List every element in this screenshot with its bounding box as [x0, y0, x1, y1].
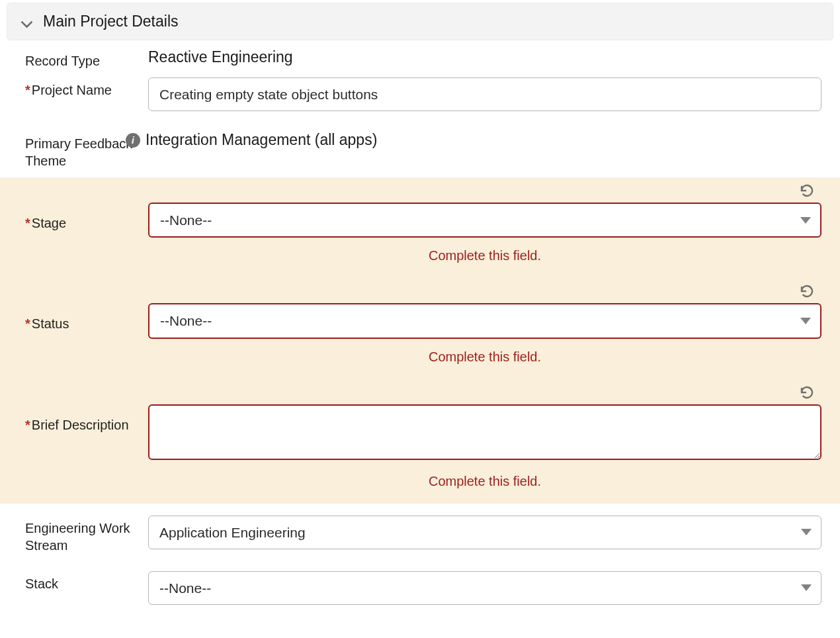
label-engineering-work-stream: Engineering Work Stream: [25, 516, 148, 554]
required-star-icon: *: [25, 83, 30, 97]
stage-error-message: Complete this field.: [148, 248, 821, 263]
engineering-work-stream-select[interactable]: Application Engineering: [148, 516, 821, 549]
required-star-icon: *: [25, 316, 30, 331]
undo-icon[interactable]: [799, 184, 815, 200]
row-engineering-work-stream: Engineering Work Stream Application Engi…: [0, 504, 840, 562]
required-star-icon: *: [25, 418, 30, 432]
row-stage: *Stage --None-- Complete this field.: [0, 177, 840, 278]
stage-select[interactable]: --None--: [148, 203, 821, 238]
row-stack: Stack --None--: [0, 562, 840, 613]
undo-icon[interactable]: [799, 386, 815, 402]
caret-down-icon: [801, 584, 812, 591]
value-record-type: Reactive Engineering: [148, 48, 821, 66]
stack-select[interactable]: --None--: [148, 571, 821, 605]
label-stage: *Stage: [25, 177, 148, 232]
brief-description-textarea[interactable]: [148, 404, 821, 460]
value-primary-feedback-theme: Integration Management (all apps): [146, 131, 377, 149]
required-star-icon: *: [25, 216, 30, 230]
caret-down-icon: [801, 529, 812, 535]
caret-down-icon: [800, 318, 811, 324]
info-icon[interactable]: i: [126, 133, 140, 148]
brief-description-error-message: Complete this field.: [148, 474, 821, 489]
row-status: *Status --None-- Complete this field.: [0, 278, 840, 379]
chevron-down-icon: [21, 16, 32, 28]
form-body: Record Type Reactive Engineering *Projec…: [0, 40, 840, 619]
row-record-type: Record Type Reactive Engineering: [0, 40, 840, 77]
status-select-value: --None--: [160, 312, 212, 329]
label-stack: Stack: [25, 571, 148, 592]
caret-down-icon: [800, 217, 811, 224]
status-select[interactable]: --None--: [148, 303, 821, 338]
row-project-name: *Project Name: [0, 77, 840, 119]
label-project-name: *Project Name: [25, 77, 148, 99]
section-title: Main Project Details: [43, 13, 179, 30]
row-brief-description: *Brief Description Complete this field.: [0, 379, 840, 504]
status-error-message: Complete this field.: [148, 349, 821, 365]
label-status: *Status: [25, 278, 148, 332]
label-brief-description: *Brief Description: [25, 379, 148, 433]
stack-select-value: --None--: [159, 580, 211, 596]
label-record-type: Record Type: [25, 48, 148, 69]
stage-select-value: --None--: [160, 212, 212, 228]
project-name-input[interactable]: [148, 77, 821, 111]
undo-icon[interactable]: [799, 285, 815, 300]
section-header[interactable]: Main Project Details: [7, 3, 833, 40]
engineering-work-stream-select-value: Application Engineering: [159, 524, 306, 541]
row-primary-feedback-theme: Primary Feedback Theme i Integration Man…: [0, 119, 840, 177]
